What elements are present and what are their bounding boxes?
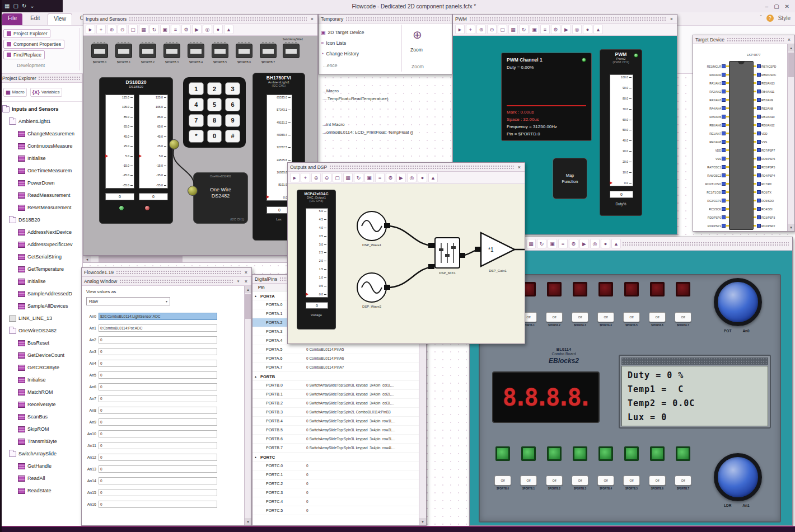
close-icon[interactable]: × bbox=[516, 164, 522, 170]
tree-item[interactable]: ContinuousMeasure bbox=[0, 140, 82, 152]
chip-pin[interactable]: RD5/PSP5 bbox=[754, 163, 787, 171]
chip-pin[interactable]: RC1/T1OSI bbox=[694, 188, 729, 196]
digital-pin-row[interactable]: ▴PORTC.20 bbox=[252, 479, 419, 488]
qat-icon[interactable]: ⌄ bbox=[30, 3, 34, 9]
maximize-button[interactable]: ▢ bbox=[774, 3, 779, 10]
tree-item[interactable]: GetSerialString bbox=[0, 251, 82, 263]
slide-switch[interactable]: Off$PORTB.1 bbox=[519, 475, 538, 490]
keypad-key[interactable]: 3 bbox=[225, 82, 240, 95]
chip-pin[interactable]: RA5/AN5 bbox=[694, 112, 729, 121]
chip-pin[interactable]: RE2/AN8 bbox=[694, 138, 729, 146]
toolbar-icon[interactable]: ⚙ bbox=[181, 25, 191, 34]
channel-value-field[interactable]: 0 bbox=[99, 465, 217, 473]
tree-item[interactable]: Initialise bbox=[0, 275, 82, 288]
channel-value-field[interactable]: 0 bbox=[99, 336, 217, 343]
explorer-tool-button[interactable]: {X}Variables bbox=[30, 88, 62, 97]
chip-pin[interactable]: RC6/TX bbox=[754, 188, 787, 196]
chevron-down-icon[interactable]: ▾ bbox=[236, 279, 241, 284]
horizontal-scrollbar[interactable]: ◂ ▸ bbox=[83, 256, 318, 263]
switch-button[interactable]: Off bbox=[597, 312, 614, 322]
toolbar-icon[interactable]: ⊖ bbox=[118, 25, 127, 34]
digital-pin-row[interactable]: ▴PORTB.20 SwitchArraySlideTop:Spin3L key… bbox=[252, 399, 419, 408]
tree-item[interactable]: LINK_LINE_13 bbox=[0, 312, 82, 324]
ribbon-tab[interactable]: Edit bbox=[25, 13, 45, 25]
toolbar-icon[interactable]: ◎ bbox=[572, 25, 582, 34]
toolbar-icon[interactable]: ▣ bbox=[530, 25, 539, 34]
chip-pin[interactable]: RB2/AN8 bbox=[754, 104, 787, 112]
ribbon-button[interactable]: Component Properties bbox=[3, 40, 64, 49]
tree-item[interactable]: Initialise bbox=[0, 374, 82, 386]
toolbar-icon[interactable]: ▶ bbox=[579, 239, 589, 248]
slide-switch[interactable]: Off$PORTA.2 bbox=[545, 312, 564, 327]
toolbar-icon[interactable]: ► bbox=[290, 173, 300, 182]
group-caret-icon[interactable]: ▴ bbox=[255, 455, 256, 459]
channel-value-field[interactable]: 0 bbox=[99, 418, 217, 426]
chip-pin[interactable]: VDD bbox=[754, 129, 787, 138]
toolbar-icon[interactable]: ● bbox=[213, 25, 223, 34]
dsp-wave2-block[interactable] bbox=[357, 272, 387, 303]
chip-pin[interactable]: RD3/PSP3 bbox=[754, 213, 787, 222]
tree-item[interactable]: ResetMeasurement bbox=[0, 201, 82, 214]
tree-item[interactable]: GetHandle bbox=[0, 460, 82, 472]
toolbar-icon[interactable]: ▢ bbox=[498, 25, 507, 34]
view-option[interactable]: ▣2D Target Device bbox=[321, 27, 364, 37]
dsp-wave1-block[interactable] bbox=[357, 211, 387, 241]
chip-pin[interactable]: RD6/PSP6 bbox=[754, 154, 787, 163]
dsp-mix-block[interactable] bbox=[434, 237, 460, 269]
tree-item[interactable]: PowerDown bbox=[0, 177, 82, 189]
digital-pin-row[interactable]: ▴PORTB.10 SwitchArraySlideTop:Spin3L key… bbox=[252, 390, 419, 399]
chip-pin[interactable]: RE0/AN6 bbox=[694, 121, 729, 129]
chip-pin[interactable]: RA7/OSC1 bbox=[694, 163, 729, 171]
channel-value-field[interactable]: 0 bbox=[99, 360, 217, 367]
digital-pin-row[interactable]: ▴PORTB.50 SwitchArraySlideTop:Spin3L key… bbox=[252, 426, 419, 435]
temperature-value[interactable]: 0 bbox=[105, 193, 134, 200]
tree-item[interactable]: GetTemperature bbox=[0, 263, 82, 275]
digital-pin-row[interactable]: ▴PORTC bbox=[252, 453, 419, 462]
keypad-key[interactable]: # bbox=[225, 130, 240, 143]
digital-pin-row[interactable]: ▴PORTC.10 bbox=[252, 470, 419, 479]
tree-item[interactable]: Inputs and Sensors bbox=[0, 103, 82, 115]
slide-switch[interactable]: Off$PORTB.0 bbox=[493, 475, 512, 490]
toolbar-icon[interactable]: ▲ bbox=[593, 25, 603, 34]
channel-value-field[interactable]: 0 bbox=[99, 489, 217, 496]
toolbar-icon[interactable]: ↻ bbox=[537, 239, 546, 248]
switch-button[interactable]: Off bbox=[675, 475, 691, 486]
chip-pin[interactable]: VDD bbox=[694, 146, 729, 154]
ribbon-tab[interactable]: File bbox=[2, 13, 22, 25]
slide-switch[interactable]: Off$PORTB.6 bbox=[648, 475, 667, 490]
toolbar-icon[interactable]: ▣ bbox=[548, 239, 557, 248]
switch-button[interactable]: Off bbox=[546, 475, 563, 486]
scroll-down-icon[interactable]: ▾ bbox=[419, 518, 426, 525]
chip-pin[interactable]: RB3/AN9 bbox=[754, 96, 787, 104]
slide-switch[interactable]: Off$PORTA.7 bbox=[674, 312, 693, 327]
switch-button[interactable]: Off bbox=[649, 475, 666, 486]
channel-value-field[interactable]: 0 bbox=[99, 371, 217, 379]
digital-pin-row[interactable]: ▴PORTB.30 SwitchArraySlideTop:Spin2L Com… bbox=[252, 408, 419, 417]
toolbar-icon[interactable]: ▲ bbox=[428, 173, 438, 182]
chip-pin[interactable]: VSS bbox=[754, 138, 787, 146]
toolbar-icon[interactable]: ⊕ bbox=[476, 25, 486, 34]
qat-icon[interactable]: ↻ bbox=[22, 3, 26, 9]
toolbar-icon[interactable]: ▢ bbox=[333, 173, 342, 182]
vertical-scrollbar[interactable]: ▴ ▾ bbox=[787, 44, 794, 231]
tree-item[interactable]: ScanBus bbox=[0, 411, 82, 423]
channel-value-field[interactable]: 0 bbox=[99, 383, 217, 390]
chip-pin[interactable]: RB7/ICSPD bbox=[754, 62, 787, 70]
voltage-value[interactable]: 0 bbox=[306, 302, 328, 309]
keypad-key[interactable]: 7 bbox=[189, 114, 204, 127]
channel-value-field[interactable]: 820:ComboBL0114:LightSensor:ADC bbox=[99, 313, 217, 320]
style-menu[interactable]: Style bbox=[778, 15, 791, 21]
chip-pin[interactable]: RD2/PSP2 bbox=[754, 222, 787, 230]
toolbar-icon[interactable]: ⊕ bbox=[311, 173, 321, 182]
tree-item[interactable]: SampleAddressedD bbox=[0, 288, 82, 300]
chip-pin[interactable]: RC7/RX bbox=[754, 180, 787, 188]
ribbon-button[interactable]: Project Explorer bbox=[3, 29, 50, 38]
titlebar-dots[interactable] bbox=[622, 242, 789, 246]
toolbar-icon[interactable]: ▲ bbox=[224, 25, 233, 34]
digital-pin-row[interactable]: ▴PORTC.30 bbox=[252, 488, 419, 497]
close-button[interactable]: ✕ bbox=[785, 3, 789, 10]
digital-pin-row[interactable]: ▴PORTA.50 ComboBL0114:PinA5 bbox=[252, 345, 419, 354]
vertical-scrollbar[interactable]: ▴ ▾ bbox=[244, 286, 251, 525]
switch-button[interactable]: Off bbox=[675, 312, 691, 322]
chip-pin[interactable]: RB4/AN11 bbox=[754, 87, 787, 96]
